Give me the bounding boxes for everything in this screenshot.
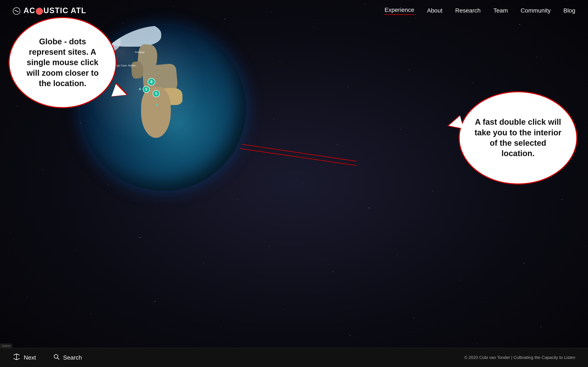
svg-point-49 bbox=[585, 246, 586, 246]
svg-point-35 bbox=[303, 182, 304, 183]
nav-about[interactable]: About bbox=[427, 7, 442, 14]
svg-point-39 bbox=[562, 199, 563, 200]
svg-point-25 bbox=[273, 119, 274, 119]
upgrade-badge: Upgrac bbox=[0, 343, 12, 348]
search-label: Search bbox=[63, 354, 82, 361]
svg-point-42 bbox=[140, 237, 141, 238]
svg-point-52 bbox=[155, 301, 155, 302]
svg-point-46 bbox=[397, 254, 397, 255]
tooltip-right-bubble: A fast double click will take you to the… bbox=[459, 91, 577, 184]
svg-line-66 bbox=[58, 358, 59, 359]
label-largo-cave: Largo Cave, Nesda... bbox=[114, 64, 137, 67]
svg-point-50 bbox=[27, 297, 28, 297]
svg-point-36 bbox=[369, 208, 370, 208]
svg-point-65 bbox=[54, 354, 58, 358]
footer-left: Next Search bbox=[13, 353, 82, 362]
next-button[interactable]: Next bbox=[13, 353, 36, 362]
nav-team[interactable]: Team bbox=[493, 7, 508, 14]
tooltip-right-text: A fast double click will take you to the… bbox=[472, 117, 563, 159]
next-label: Next bbox=[24, 354, 36, 361]
site-dot-1[interactable] bbox=[139, 88, 141, 90]
logo-text: AC bbox=[24, 6, 35, 15]
svg-point-20 bbox=[537, 57, 537, 58]
svg-point-48 bbox=[524, 263, 524, 263]
site-dot-2[interactable] bbox=[156, 104, 158, 106]
footer-copyright: © 2020 Cobi van Tonder | Cultivating the… bbox=[464, 355, 575, 360]
svg-point-54 bbox=[284, 309, 284, 310]
svg-point-16 bbox=[280, 61, 280, 62]
label-scalpay: Scalpay bbox=[135, 50, 144, 54]
svg-point-18 bbox=[409, 70, 410, 70]
footer: Next Search © 2020 Cobi van Tonder | Cul… bbox=[0, 348, 588, 367]
tooltip-left-bubble: Globe - dots represent sites. A single m… bbox=[8, 17, 117, 108]
site-cluster-5b[interactable]: 5 bbox=[153, 90, 160, 97]
svg-point-58 bbox=[541, 326, 541, 327]
svg-point-51 bbox=[91, 314, 91, 314]
svg-point-56 bbox=[414, 318, 414, 318]
svg-point-10 bbox=[520, 24, 520, 25]
svg-point-57 bbox=[477, 343, 478, 344]
main-nav: Experience About Research Team Community… bbox=[385, 7, 575, 15]
svg-point-41 bbox=[76, 250, 77, 250]
site-cluster-8[interactable]: 8 bbox=[148, 78, 155, 86]
nav-experience[interactable]: Experience bbox=[385, 7, 414, 15]
site-cluster-5a[interactable]: 5 bbox=[143, 86, 150, 93]
search-icon bbox=[53, 353, 60, 362]
svg-point-6 bbox=[314, 27, 314, 28]
nav-community[interactable]: Community bbox=[521, 7, 551, 14]
svg-point-47 bbox=[460, 280, 461, 280]
logo-text2: USTIC ATL bbox=[43, 6, 86, 15]
svg-point-26 bbox=[337, 144, 338, 145]
nav-blog[interactable]: Blog bbox=[563, 7, 575, 14]
svg-point-40 bbox=[10, 233, 11, 234]
svg-point-30 bbox=[585, 123, 586, 123]
svg-point-34 bbox=[237, 199, 238, 200]
logo[interactable]: AC⬤USTIC ATL bbox=[13, 6, 86, 15]
svg-point-38 bbox=[498, 216, 499, 217]
search-button[interactable]: Search bbox=[53, 353, 82, 362]
svg-point-53 bbox=[220, 326, 221, 327]
svg-point-19 bbox=[473, 83, 473, 83]
svg-point-37 bbox=[432, 191, 433, 191]
svg-point-45 bbox=[333, 271, 333, 272]
svg-point-17 bbox=[348, 87, 348, 87]
svg-point-31 bbox=[42, 169, 43, 170]
svg-point-27 bbox=[401, 129, 401, 130]
svg-point-55 bbox=[350, 335, 350, 336]
svg-point-43 bbox=[203, 263, 204, 263]
tooltip-left-text: Globe - dots represent sites. A single m… bbox=[21, 36, 104, 89]
svg-point-44 bbox=[269, 246, 270, 246]
next-icon bbox=[13, 353, 20, 362]
svg-point-2 bbox=[123, 23, 123, 24]
nav-research[interactable]: Research bbox=[455, 7, 481, 14]
